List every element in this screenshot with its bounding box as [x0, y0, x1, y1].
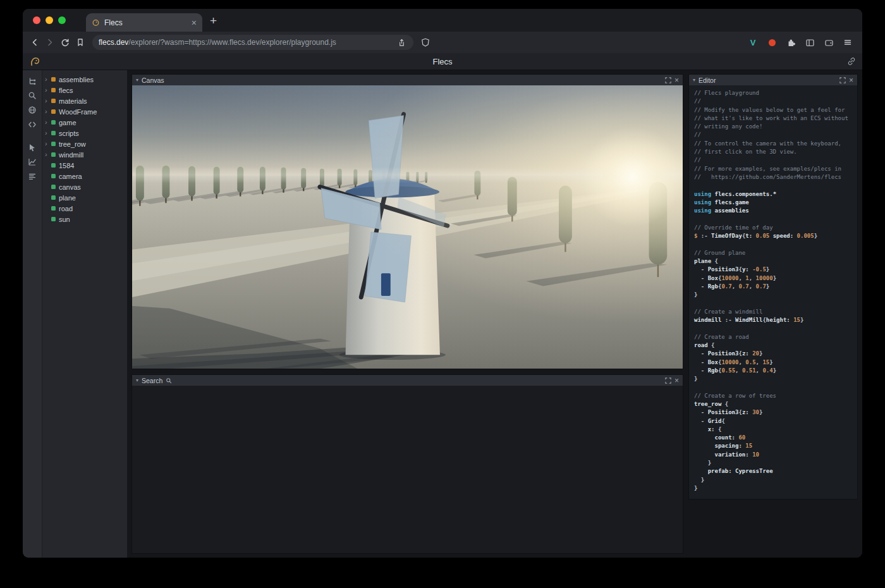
editor-code[interactable]: // Flecs playground//// Modify the value… — [689, 85, 857, 499]
world-icon[interactable] — [27, 105, 37, 115]
entity-badge-icon — [51, 217, 56, 221]
code-line: } — [694, 484, 852, 493]
module-badge-icon — [51, 77, 56, 82]
page-header: Flecs — [23, 53, 862, 70]
sidebar-toggle-icon[interactable] — [804, 37, 815, 48]
tree-item-label: flecs — [59, 87, 73, 94]
code-line: // Create a road — [694, 333, 852, 341]
tab-close-icon[interactable]: × — [192, 18, 197, 27]
browser-window: Flecs × + flecs.dev/explorer/?wasm=https… — [23, 9, 862, 558]
close-panel-icon[interactable]: × — [674, 77, 679, 84]
url-bar[interactable]: flecs.dev/explorer/?wasm=https://www.fle… — [92, 35, 413, 50]
module-badge-icon — [51, 88, 56, 92]
fullscreen-icon[interactable] — [839, 77, 846, 83]
tree-item-label: camera — [59, 173, 82, 180]
code-line: // what it's like to work with an ECS wi… — [694, 114, 852, 123]
code-line: // first click on the 3D view. — [694, 148, 852, 156]
tab-title: Flecs — [104, 18, 187, 27]
code-line: // Create a windmill — [694, 308, 852, 316]
entity-badge-icon — [51, 120, 56, 125]
tree-item-scripts[interactable]: ›scripts — [42, 128, 127, 138]
code-line: // — [694, 131, 852, 139]
search-icon[interactable] — [27, 90, 37, 101]
collapse-caret-icon[interactable]: ▾ — [136, 77, 138, 83]
3d-viewport[interactable] — [132, 85, 683, 369]
code-line: - Position3{z: 30} — [694, 408, 852, 417]
canvas-panel: ▾ Canvas × — [131, 74, 683, 369]
expand-arrow-icon[interactable]: › — [45, 130, 51, 137]
tree-item-canvas[interactable]: canvas — [42, 181, 127, 192]
code-line: // Override time of day — [694, 224, 852, 232]
tree-item-label: sun — [59, 216, 70, 223]
reload-button[interactable] — [59, 37, 71, 48]
editor-panel: ▾ Editor × // Flecs playground//// Modif… — [688, 74, 858, 499]
tree-item-game[interactable]: ›game — [42, 117, 127, 128]
close-panel-icon[interactable]: × — [849, 77, 853, 84]
code-line — [694, 240, 852, 248]
tree-item-label: materials — [59, 97, 87, 105]
expand-arrow-icon[interactable]: › — [45, 151, 51, 158]
expand-arrow-icon[interactable]: › — [45, 76, 51, 83]
fullscreen-icon[interactable] — [665, 77, 671, 83]
code-line — [694, 383, 852, 391]
tree-item-camera[interactable]: camera — [42, 171, 127, 181]
code-line: // writing any code! — [694, 123, 852, 131]
tree-item-flecs[interactable]: ›flecs — [42, 85, 127, 95]
collapse-caret-icon[interactable]: ▾ — [136, 377, 138, 383]
code-line — [694, 324, 852, 333]
expand-arrow-icon[interactable]: › — [45, 87, 51, 94]
tree-item-label: 1584 — [59, 162, 74, 169]
expand-arrow-icon[interactable]: › — [45, 97, 51, 104]
search-panel: ▾ Search × — [131, 374, 683, 554]
window-controls — [29, 16, 70, 24]
browser-tab[interactable]: Flecs × — [86, 13, 202, 32]
code-line: tree_row { — [694, 400, 852, 408]
expand-arrow-icon[interactable]: › — [45, 140, 51, 147]
tree-item-materials[interactable]: ›materials — [42, 95, 127, 106]
expand-arrow-icon[interactable]: › — [45, 108, 51, 115]
collapse-caret-icon[interactable]: ▾ — [693, 77, 695, 83]
inspect-cursor-icon[interactable] — [27, 142, 37, 152]
tree-item-plane[interactable]: plane — [42, 192, 127, 203]
tree-item-sun[interactable]: sun — [42, 214, 127, 224]
code-icon[interactable] — [27, 119, 37, 130]
wallet-icon[interactable] — [823, 37, 834, 48]
forward-button[interactable] — [44, 37, 56, 48]
code-line: variation: 10 — [694, 451, 852, 459]
red-extension-icon[interactable] — [766, 37, 778, 48]
tab-strip: Flecs × + — [23, 9, 862, 32]
code-line: - Grid{ — [694, 417, 852, 426]
close-window-button[interactable] — [33, 16, 40, 24]
code-line: road { — [694, 341, 852, 350]
tree-item-tree_row[interactable]: ›tree_row — [42, 138, 127, 149]
tree-item-windmill[interactable]: ›windmill — [42, 149, 127, 160]
search-panel-header: ▾ Search × — [132, 375, 683, 386]
fullscreen-icon[interactable] — [665, 377, 671, 384]
brave-shield-icon[interactable] — [420, 37, 431, 48]
zoom-window-button[interactable] — [58, 16, 66, 24]
close-panel-icon[interactable]: × — [674, 377, 679, 384]
stats-list-icon[interactable] — [27, 171, 37, 181]
left-icon-strip — [23, 70, 42, 558]
code-line: plane { — [694, 257, 852, 266]
chart-icon[interactable] — [27, 157, 37, 167]
share-icon[interactable] — [396, 37, 407, 48]
vimium-extension-icon[interactable]: V — [747, 37, 759, 48]
new-tab-button[interactable]: + — [210, 15, 217, 27]
expand-arrow-icon[interactable]: › — [45, 119, 51, 126]
minimize-window-button[interactable] — [46, 16, 53, 24]
tree-item-assemblies[interactable]: ›assemblies — [42, 74, 127, 85]
tree-item-1584[interactable]: 1584 — [42, 160, 127, 171]
code-line: - Box{10000, 1, 10000} — [694, 274, 852, 283]
tree-item-road[interactable]: road — [42, 203, 127, 214]
tree-item-WoodFrame[interactable]: ›WoodFrame — [42, 106, 127, 117]
back-button[interactable] — [29, 37, 40, 48]
code-line: } — [694, 291, 852, 299]
bookmarks-icon[interactable] — [75, 37, 86, 48]
entity-badge-icon — [51, 152, 56, 157]
browser-toolbar: flecs.dev/explorer/?wasm=https://www.fle… — [23, 32, 862, 53]
extensions-puzzle-icon[interactable] — [785, 37, 796, 48]
menu-icon[interactable] — [842, 37, 853, 48]
entity-tree-icon[interactable] — [27, 76, 37, 86]
code-line: - Box{10000, 0.5, 15} — [694, 358, 852, 367]
